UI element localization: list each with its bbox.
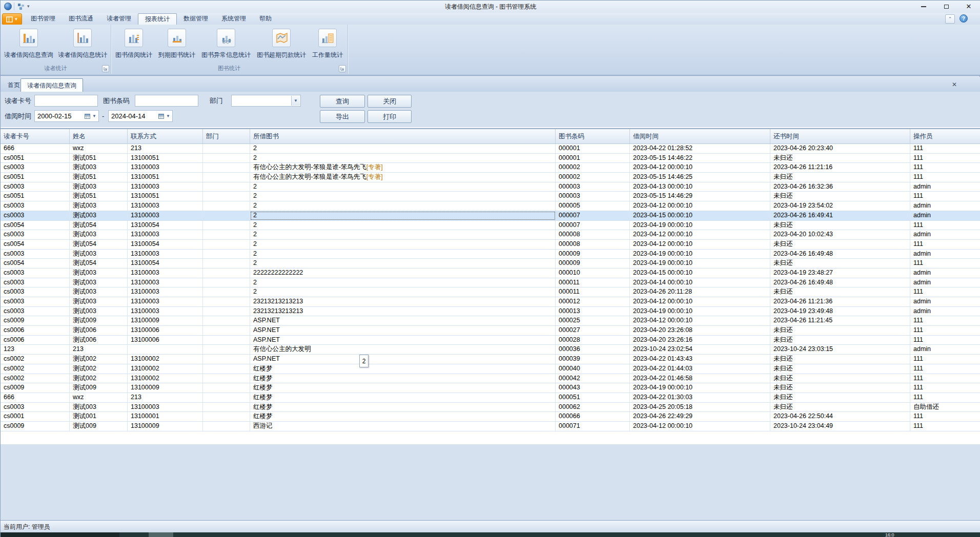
cell-borrow_time[interactable]: 2023-04-12 00:00:10 (630, 163, 770, 172)
cell-contact[interactable]: 13100003 (128, 201, 203, 211)
cell-reader_card[interactable]: cs0002 (1, 355, 70, 364)
cell-name[interactable]: 测试002 (70, 364, 128, 374)
cell-return_time[interactable]: 未归还 (770, 383, 910, 393)
cell-borrowed_book[interactable]: 有信心公主的大发明-笨狼是谁-笨鸟先飞[专著] (250, 163, 556, 172)
document-close-icon[interactable]: ✕ (950, 80, 959, 89)
cell-contact[interactable]: 13100002 (128, 364, 203, 374)
cell-borrowed_book[interactable]: ASP.NET (250, 326, 556, 335)
cell-borrowed_book[interactable]: 2 (250, 182, 556, 192)
cell-operator[interactable]: 111 (910, 144, 980, 153)
cell-operator[interactable]: admin (910, 297, 980, 306)
department-dropdown-icon[interactable]: ▼ (291, 96, 300, 106)
cell-borrow_time[interactable]: 2023-04-14 00:00:10 (630, 278, 770, 287)
cell-department[interactable] (203, 355, 250, 364)
cell-name[interactable]: 测试051 (70, 154, 128, 163)
cell-reader_card[interactable]: cs0009 (1, 422, 70, 431)
cell-reader_card[interactable]: cs0003 (1, 287, 70, 297)
close-tab-button[interactable]: 关闭 (368, 95, 412, 108)
cell-return_time[interactable]: 2023-04-26 20:23:40 (770, 144, 910, 153)
cell-reader_card[interactable]: cs0002 (1, 364, 70, 374)
cell-borrow_time[interactable]: 2023-04-22 01:46:58 (630, 374, 770, 383)
cell-operator[interactable]: 自助借还 (910, 403, 980, 412)
table-row[interactable]: cs0003测试0031310000320000082023-04-12 00:… (1, 230, 980, 240)
cell-name[interactable]: 测试051 (70, 192, 128, 201)
cell-borrowed_book[interactable]: 2 (250, 230, 556, 239)
ribbon-tab-图书流通[interactable]: 图书流通 (62, 13, 100, 24)
dialog-launcher-icon[interactable] (339, 65, 346, 72)
cell-return_time[interactable]: 未归还 (770, 374, 910, 383)
cell-borrow_time[interactable]: 2023-04-13 00:00:10 (630, 182, 770, 192)
cell-return_time[interactable]: 2023-04-19 23:54:02 (770, 201, 910, 211)
cell-book_barcode[interactable]: 000010 (556, 268, 630, 278)
cell-operator[interactable]: 111 (910, 393, 980, 402)
cell-borrow_time[interactable]: 2023-04-25 20:05:18 (630, 403, 770, 412)
cell-reader_card[interactable]: cs0003 (1, 297, 70, 306)
cell-borrowed_book[interactable]: 22222222222222 (250, 268, 556, 278)
cell-borrow_time[interactable]: 2023-04-19 00:00:10 (630, 250, 770, 259)
file-menu-button[interactable]: ▼ (2, 13, 22, 25)
cell-return_time[interactable]: 2023-04-26 16:49:41 (770, 211, 910, 220)
cell-contact[interactable]: 13100003 (128, 211, 203, 220)
cell-department[interactable] (203, 336, 250, 345)
cell-contact[interactable]: 13100009 (128, 316, 203, 325)
table-row[interactable]: cs0001测试00113100001红楼梦0000662023-04-26 2… (1, 412, 980, 422)
cell-book_barcode[interactable]: 000040 (556, 364, 630, 374)
cell-contact[interactable]: 13100003 (128, 403, 203, 412)
ribbon-button-图书超期罚款统计[interactable]: 图书超期罚款统计 (255, 27, 308, 60)
cell-department[interactable] (203, 364, 250, 374)
cell-book_barcode[interactable]: 000008 (556, 230, 630, 239)
cell-return_time[interactable]: 2023-04-26 11:21:45 (770, 316, 910, 325)
cell-department[interactable] (203, 182, 250, 192)
cell-contact[interactable]: 13100002 (128, 355, 203, 364)
cell-contact[interactable]: 13100001 (128, 412, 203, 421)
ribbon-tab-报表统计[interactable]: 报表统计 (138, 13, 177, 25)
ribbon-button-读者借阅信息统计[interactable]: 读者借阅信息统计 (56, 27, 109, 60)
cell-return_time[interactable]: 2023-04-19 23:49:48 (770, 307, 910, 316)
column-header-name[interactable]: 姓名 (70, 129, 128, 143)
cell-book_barcode[interactable]: 000008 (556, 240, 630, 249)
cell-reader_card[interactable]: cs0003 (1, 403, 70, 412)
cell-borrowed_book[interactable]: 2 (250, 211, 556, 220)
table-row[interactable]: cs0002测试00213100002ASP.NET0000392023-04-… (1, 355, 980, 364)
cell-department[interactable] (203, 287, 250, 297)
cell-book_barcode[interactable]: 000003 (556, 182, 630, 192)
cell-borrowed_book[interactable]: 红楼梦 (250, 364, 556, 374)
cell-contact[interactable] (128, 345, 203, 354)
cell-operator[interactable]: admin (910, 278, 980, 287)
print-button[interactable]: 打印 (368, 110, 412, 123)
ribbon-tab-图书管理[interactable]: 图书管理 (24, 13, 62, 24)
cell-operator[interactable]: 111 (910, 336, 980, 345)
cell-reader_card[interactable]: cs0003 (1, 163, 70, 172)
cell-borrow_time[interactable]: 2023-04-12 00:00:10 (630, 240, 770, 249)
cell-name[interactable]: 测试003 (70, 201, 128, 211)
cell-name[interactable]: 测试003 (70, 278, 128, 287)
cell-borrowed_book[interactable]: 2 (250, 221, 556, 230)
cell-borrow_time[interactable]: 2023-04-22 01:30:03 (630, 393, 770, 402)
cell-contact[interactable]: 13100003 (128, 230, 203, 239)
cell-borrowed_book[interactable]: ASP.NET (250, 355, 556, 364)
collapse-ribbon-icon[interactable]: ⌃ (945, 14, 955, 24)
cell-borrow_time[interactable]: 2023-04-20 23:26:16 (630, 336, 770, 345)
cell-contact[interactable]: 13100006 (128, 326, 203, 335)
cell-name[interactable]: 测试009 (70, 422, 128, 431)
cell-department[interactable] (203, 412, 250, 421)
cell-return_time[interactable]: 2023-04-26 11:21:16 (770, 163, 910, 172)
cell-borrowed_book[interactable]: 2 (250, 240, 556, 249)
cell-department[interactable] (203, 192, 250, 201)
cell-return_time[interactable]: 未归还 (770, 173, 910, 182)
table-row[interactable]: 666wxz213红楼梦0000512023-04-22 01:30:03未归还… (1, 393, 980, 403)
cell-return_time[interactable]: 2023-10-24 23:03:15 (770, 345, 910, 354)
table-row[interactable]: cs0006测试00613100006ASP.NET0000282023-04-… (1, 336, 980, 345)
cell-name[interactable]: 测试003 (70, 250, 128, 259)
cell-contact[interactable]: 213 (128, 393, 203, 402)
cell-editor-popup[interactable]: 2 (359, 355, 369, 367)
cell-operator[interactable]: admin (910, 182, 980, 192)
table-row[interactable]: cs0003测试00313100003232132132132130000132… (1, 307, 980, 317)
cell-name[interactable]: 测试054 (70, 259, 128, 268)
cell-book_barcode[interactable]: 000003 (556, 192, 630, 201)
cell-operator[interactable]: 111 (910, 163, 980, 172)
cell-operator[interactable]: 111 (910, 259, 980, 268)
cell-borrow_time[interactable]: 2023-04-15 00:00:10 (630, 268, 770, 278)
table-row[interactable]: cs0003测试0031310000320000092023-04-19 00:… (1, 250, 980, 259)
table-row[interactable]: cs0003测试0031310000320000032023-04-13 00:… (1, 182, 980, 192)
